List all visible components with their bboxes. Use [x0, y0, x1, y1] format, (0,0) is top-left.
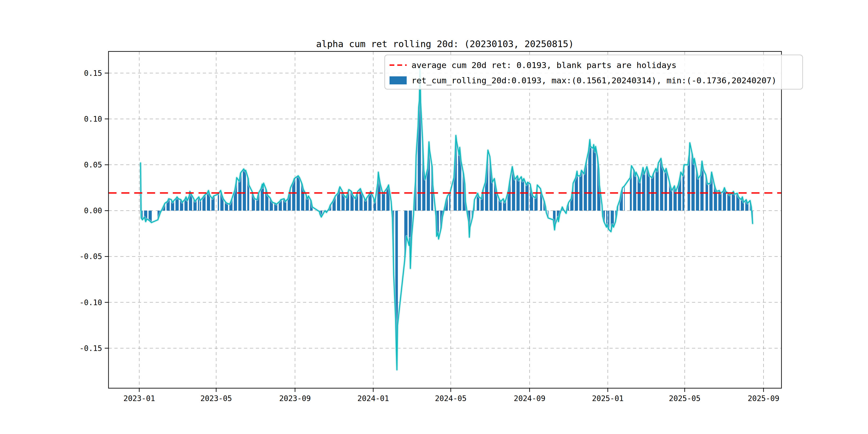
y-tick-label: 0.15	[84, 69, 102, 78]
x-tick-label: 2023-01	[124, 394, 155, 403]
x-tick-label: 2025-05	[669, 394, 701, 403]
line-series	[141, 67, 753, 370]
y-axis-labels: 0.150.100.050.00-0.05-0.10-0.15	[80, 69, 102, 353]
gridlines	[108, 52, 781, 388]
legend-series-patch	[390, 76, 407, 84]
x-tick-label: 2024-09	[514, 394, 546, 403]
bar-series	[140, 67, 753, 370]
ret-cum-rolling-20d-bars	[140, 67, 753, 370]
chart-canvas: alpha cum ret rolling 20d: (20230103, 20…	[0, 0, 868, 434]
y-tick-label: -0.05	[80, 252, 102, 261]
y-tick-label: 0.00	[84, 206, 102, 215]
x-tick-label: 2024-05	[435, 394, 466, 403]
x-tick-label: 2023-09	[279, 394, 311, 403]
x-tick-label: 2025-01	[592, 394, 624, 403]
chart-title: alpha cum ret rolling 20d: (20230103, 20…	[316, 38, 574, 49]
line-halo	[141, 67, 753, 370]
legend: average cum 20d ret: 0.0193, blank parts…	[385, 55, 803, 89]
y-tick-label: 0.05	[84, 160, 102, 169]
x-axis-labels: 2023-012023-052023-092024-012024-052024-…	[124, 394, 779, 403]
plot-border	[108, 52, 781, 388]
legend-series-label: ret_cum_rolling_20d:0.0193, max:(0.1561,…	[411, 75, 776, 86]
y-tick-label: -0.15	[80, 344, 102, 353]
x-tick-label: 2025-09	[748, 394, 779, 403]
legend-avg-label: average cum 20d ret: 0.0193, blank parts…	[411, 60, 677, 70]
axis-ticks	[105, 73, 764, 392]
x-tick-label: 2024-01	[358, 394, 389, 403]
y-tick-label: -0.10	[80, 298, 102, 307]
x-tick-label: 2023-05	[200, 394, 232, 403]
y-tick-label: 0.10	[84, 115, 102, 124]
ret-cum-rolling-20d-line	[141, 67, 753, 370]
figure: alpha cum ret rolling 20d: (20230103, 20…	[0, 0, 868, 434]
